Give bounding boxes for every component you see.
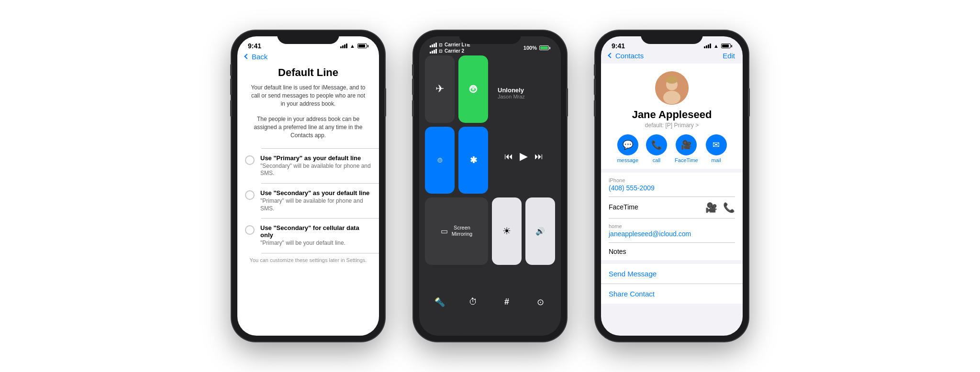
signal-icon [340, 44, 347, 48]
signal-icon-cc1 [430, 43, 437, 47]
cellular-data-button[interactable] [458, 55, 488, 123]
phone-section: iPhone (408) 555-2009 FaceTime 🎥 📞 home … [601, 173, 743, 260]
action-section: Send Message Share Contact [601, 264, 743, 304]
volume-button[interactable]: 🔊 [525, 197, 555, 265]
page-title: Default Line [237, 64, 379, 84]
status-right-1: ▲ [340, 43, 368, 49]
phone-1: 9:41 ▲ Back Default Line Your defa [232, 31, 385, 341]
option-secondary-text: Use "Secondary" as your default line "Pr… [260, 189, 371, 212]
phone3-screen: 9:41 ▲ Contacts Edit [601, 36, 743, 336]
airplane-icon: ✈ [435, 83, 444, 95]
chevron-left-icon [244, 54, 249, 59]
wifi-icon-cc: ⌾ [437, 155, 443, 165]
call-action[interactable]: 📞 call [646, 134, 667, 163]
flashlight-icon: 🔦 [434, 297, 445, 307]
svg-point-4 [663, 91, 680, 104]
call-label: call [653, 157, 661, 163]
option-cellular-text: Use "Secondary" for cellular data only "… [260, 224, 371, 247]
share-contact-button[interactable]: Share Contact [601, 284, 743, 304]
flashlight-button[interactable]: 🔦 [425, 269, 455, 336]
option-primary-text: Use "Primary" as your default line "Seco… [260, 154, 371, 177]
brightness-icon: ☀ [502, 225, 511, 237]
facetime-row: FaceTime 🎥 📞 [609, 197, 735, 219]
play-icon[interactable]: ▶ [520, 150, 528, 163]
chevron-left-icon-3 [608, 53, 613, 58]
phone2-screen: ⊡ Carrier LTE ⊡ Carrier 2 100% [419, 36, 561, 336]
email-label: home [609, 223, 735, 229]
mail-label: mail [711, 157, 721, 163]
calculator-button[interactable]: # [492, 269, 522, 336]
contact-header: Jane Appleseed default: [P] Primary > 💬 … [601, 64, 743, 169]
fast-forward-icon[interactable]: ⏭ [535, 152, 543, 162]
message-icon-circle: 💬 [617, 134, 638, 155]
signal-icon-cc2 [430, 49, 437, 54]
rewind-icon[interactable]: ⏮ [504, 152, 513, 162]
contact-name: Jane Appleseed [632, 109, 712, 121]
carrier2-row: ⊡ Carrier 2 [430, 48, 470, 54]
avatar [655, 71, 689, 105]
carrier1-label: Carrier LTE [445, 42, 470, 47]
phone-value[interactable]: (408) 555-2009 [609, 184, 735, 192]
contacts-back-button[interactable]: Contacts [609, 52, 644, 60]
contacts-back-label: Contacts [615, 52, 644, 60]
contact-actions: 💬 message 📞 call 🎥 FaceTime [617, 134, 726, 163]
status-right-3: ▲ [704, 43, 732, 49]
facetime-icon-circle: 🎥 [676, 134, 697, 155]
radio-secondary[interactable] [245, 190, 255, 200]
screen-mirroring-label: ScreenMirroring [452, 225, 472, 237]
send-message-button[interactable]: Send Message [601, 264, 743, 284]
carrier2-label: Carrier 2 [445, 48, 464, 54]
contact-nav: Contacts Edit [601, 52, 743, 64]
facetime-phone-icon[interactable]: 📞 [723, 202, 735, 213]
screen-mirroring-button[interactable]: ▭ ScreenMirroring [425, 197, 488, 265]
notes-label: Notes [609, 248, 735, 255]
mail-action[interactable]: ✉ mail [706, 134, 727, 163]
music-widget[interactable]: Unlonely Jason Mraz ⏮ ▶ ⏭ [492, 55, 555, 194]
cellular-icon [468, 84, 479, 94]
svg-point-1 [472, 88, 474, 90]
email-row: home janeappleseed@icloud.com [609, 219, 735, 243]
carrier-info: ⊡ Carrier LTE ⊡ Carrier 2 [430, 42, 470, 54]
wifi-button[interactable]: ⌾ [425, 127, 455, 194]
music-title: Unlonely [498, 87, 525, 94]
airplane-mode-button[interactable]: ✈ [425, 55, 455, 123]
edit-button[interactable]: Edit [723, 52, 735, 60]
option-cellular[interactable]: Use "Secondary" for cellular data only "… [237, 219, 379, 253]
bluetooth-icon: ✱ [470, 155, 477, 165]
facetime-icon: 🎥 [681, 140, 691, 150]
brightness-button[interactable]: ☀ [492, 197, 522, 265]
option-secondary[interactable]: Use "Secondary" as your default line "Pr… [237, 184, 379, 218]
email-value[interactable]: janeappleseed@icloud.com [609, 230, 735, 238]
message-action[interactable]: 💬 message [617, 134, 638, 163]
radio-cellular[interactable] [245, 225, 255, 235]
status-time-1: 9:41 [248, 42, 261, 50]
option-cellular-sub: "Primary" will be your default line. [260, 240, 371, 247]
option-primary[interactable]: Use "Primary" as your default line "Seco… [237, 149, 379, 183]
mail-icon: ✉ [713, 140, 720, 150]
battery-icon-2 [539, 45, 550, 50]
option-secondary-title: Use "Secondary" as your default line [260, 189, 371, 197]
timer-icon: ⏱ [469, 297, 478, 307]
radio-primary[interactable] [245, 155, 255, 165]
screen-mirroring-icon: ▭ [441, 227, 448, 236]
camera-button[interactable]: ⊙ [525, 269, 555, 336]
option-secondary-sub: "Primary" will be available for phone an… [260, 197, 371, 212]
bluetooth-button[interactable]: ✱ [458, 127, 488, 194]
option-cellular-title: Use "Secondary" for cellular data only [260, 224, 371, 239]
option-primary-title: Use "Primary" as your default line [260, 154, 371, 162]
battery-icon [357, 44, 368, 48]
status-bar-2: ⊡ Carrier LTE ⊡ Carrier 2 100% [419, 36, 561, 55]
music-controls: ⏮ ▶ ⏭ [498, 150, 549, 163]
facetime-video-icon[interactable]: 🎥 [705, 202, 717, 213]
status-bar-1: 9:41 ▲ [237, 36, 379, 52]
back-button[interactable]: Back [237, 52, 379, 64]
wifi-icon: ▲ [350, 43, 355, 49]
phone-2: ⊡ Carrier LTE ⊡ Carrier 2 100% [413, 31, 567, 341]
timer-button[interactable]: ⏱ [458, 269, 488, 336]
control-center-grid: ✈ Unlonely Jason Mraz ⏮ ▶ [419, 55, 561, 336]
carrier1-name: ⊡ [439, 43, 443, 47]
battery-percent: 100% [523, 45, 537, 51]
phone-label: iPhone [609, 177, 735, 183]
contact-subtitle: default: [P] Primary > [645, 122, 699, 129]
facetime-action[interactable]: 🎥 FaceTime [675, 134, 698, 163]
